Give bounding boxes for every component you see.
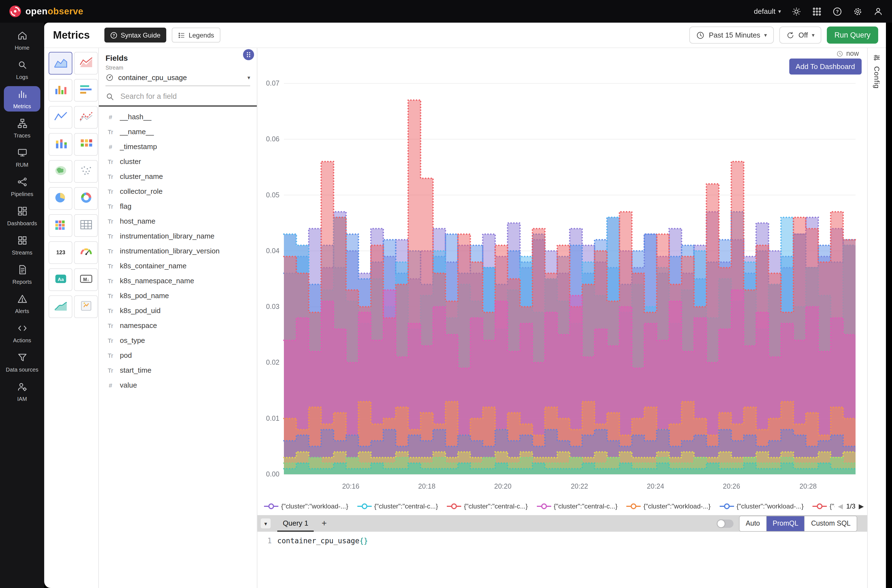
svg-text:Aa: Aa [57,276,64,282]
chart-type-sparkline-chart[interactable] [49,296,72,318]
chart-type-custom-chart[interactable] [74,296,98,318]
legends-button[interactable]: Legends [171,28,220,42]
legend-item[interactable]: {"cluster":"workload-...} [264,502,348,510]
mode-auto-button[interactable]: Auto [740,516,766,531]
chart-type-horizontal-bar-chart[interactable] [74,79,98,102]
sidebar-item-logs[interactable]: Logs [4,57,40,82]
field-item-namespace[interactable]: Trnamespace [99,318,257,333]
sidebar-item-data-sources[interactable]: Data sources [4,350,40,375]
fields-panel: Fields Stream container_cpu_usage ▾ [98,48,257,588]
sidebar-item-actions[interactable]: Actions [4,320,40,346]
sidebar-item-streams[interactable]: Streams [4,232,40,258]
field-item-__name__[interactable]: Tr__name__ [99,124,257,139]
theme-toggle-icon[interactable] [791,6,802,16]
query-tab[interactable]: Query 1 [277,515,314,532]
field-item-host_name[interactable]: Trhost_name [99,214,257,229]
legend-item[interactable]: {"cluster":"central-c...} [357,502,438,510]
sidebar-item-dashboards[interactable]: Dashboards [4,203,40,229]
chart-type-area-chart[interactable] [49,52,72,75]
legend-item[interactable]: {"cluster":"central-c...} [447,502,528,510]
field-item-collector_role[interactable]: Trcollector_role [99,184,257,199]
metrics-chart-container[interactable]: 0.000.010.020.030.040.050.060.0720:1620:… [258,75,863,501]
chart-type-stacked-bar-chart[interactable] [49,133,72,156]
mode-custom-sql-button[interactable]: Custom SQL [805,516,857,531]
legend-item[interactable]: {"c [812,502,838,510]
field-item-_timestamp[interactable]: #_timestamp [99,139,257,154]
chart-type-metric-text[interactable]: Aa [49,268,72,291]
run-query-button[interactable]: Run Query [827,27,878,44]
legend-marker-icon [264,503,278,510]
field-item-flag[interactable]: Trflag [99,199,257,214]
field-item-instrumentation_library_name[interactable]: Trinstrumentation_library_name [99,229,257,243]
chevron-down-icon: ▾ [778,8,781,14]
field-item-k8s_pod_name[interactable]: Trk8s_pod_name [99,288,257,303]
field-item-cluster_name[interactable]: Trcluster_name [99,169,257,184]
chart-type-dashed-line-chart[interactable] [74,106,98,129]
chart-type-geo-map[interactable] [49,160,72,183]
chart-type-area-line-chart[interactable] [74,52,98,75]
sidebar-item-rum[interactable]: RUM [4,145,40,170]
drag-handle[interactable] [243,49,254,60]
query-collapse-icon[interactable]: ▾ [261,518,270,528]
syntax-guide-button[interactable]: ? Syntax Guide [104,28,166,42]
legend-item[interactable]: {"cluster":"workload-...} [719,502,803,510]
add-to-dashboard-button[interactable]: Add To Dashboard [789,58,862,75]
apps-grid-icon[interactable] [812,6,822,16]
field-item-os_type[interactable]: Tros_type [99,333,257,348]
legend-marker-icon [357,503,371,510]
chart-type-bar-chart[interactable] [49,79,72,102]
chart-type-markdown[interactable]: M↓ [74,268,98,291]
refresh-interval-selector[interactable]: Off ▾ [779,27,821,44]
settings-gear-icon[interactable] [853,6,863,16]
query-editor[interactable]: 1 container_cpu_usage{} [257,532,867,588]
mode-promql-button[interactable]: PromQL [766,516,805,531]
field-item-cluster[interactable]: Trcluster [99,154,257,169]
legend-item[interactable]: {"cluster":"central-c...} [536,502,617,510]
chart-type-heat-grid-chart[interactable] [74,133,98,156]
chart-type-pie-chart[interactable] [49,187,72,210]
account-icon[interactable] [873,6,883,16]
org-selector[interactable]: default ▾ [754,7,781,15]
field-item-pod[interactable]: Trpod [99,348,257,363]
legend-item[interactable]: {"cluster":"workload-...} [626,502,710,510]
legend-next-icon[interactable]: ▶ [859,502,864,510]
field-item-k8s_pod_uid[interactable]: Trk8s_pod_uid [99,303,257,318]
chart-type-gauge-chart[interactable] [74,241,98,264]
field-item-value[interactable]: #value [99,378,257,393]
sidebar-item-pipelines[interactable]: Pipelines [4,174,40,200]
field-item-k8s_namespace_name[interactable]: Trk8s_namespace_name [99,273,257,288]
sidebar-item-iam[interactable]: IAM [4,379,40,404]
function-toggle[interactable] [717,519,733,528]
sidebar-item-home[interactable]: Home [4,28,40,53]
add-query-button[interactable]: + [322,518,327,528]
openobserve-logo[interactable]: openobserve [9,5,83,18]
metrics-chart[interactable]: 0.000.010.020.030.040.050.060.0720:1620:… [258,75,863,498]
sidebar-item-traces[interactable]: Traces [4,116,40,141]
chart-type-mosaic-chart[interactable] [49,214,72,237]
svg-text:20:20: 20:20 [494,482,512,490]
brand-observe: observe [48,6,83,16]
chart-type-metric-number[interactable]: 123 [49,241,72,264]
sidebar-item-reports[interactable]: Reports [4,262,40,287]
field-item-k8s_container_name[interactable]: Trk8s_container_name [99,258,257,273]
field-item-instrumentation_library_version[interactable]: Trinstrumentation_library_version [99,243,257,258]
svg-text:20:28: 20:28 [799,482,817,490]
svg-text:M↓: M↓ [83,277,89,282]
chart-type-table-view[interactable] [74,214,98,237]
field-search-input[interactable] [119,92,250,101]
stream-value: container_cpu_usage [118,73,243,81]
field-item-__hash__[interactable]: #__hash__ [99,110,257,124]
chart-type-line-chart[interactable] [49,106,72,129]
stream-selector[interactable]: Stream container_cpu_usage ▾ [105,64,250,86]
config-rail[interactable]: Config [867,48,886,588]
sidebar-item-alerts[interactable]: Alerts [4,291,40,316]
stacked-bar-chart-icon [53,137,68,152]
sidebar-item-metrics[interactable]: Metrics [4,86,40,111]
chart-type-donut-chart[interactable] [74,187,98,210]
help-icon[interactable]: ? [832,6,842,16]
field-item-start_time[interactable]: Trstart_time [99,363,257,378]
time-range-selector[interactable]: Past 15 Minutes ▾ [689,27,774,44]
chart-type-scatter-map[interactable] [74,160,98,183]
svg-text:0.04: 0.04 [266,247,279,255]
legend-prev-icon[interactable]: ◀ [838,502,843,510]
